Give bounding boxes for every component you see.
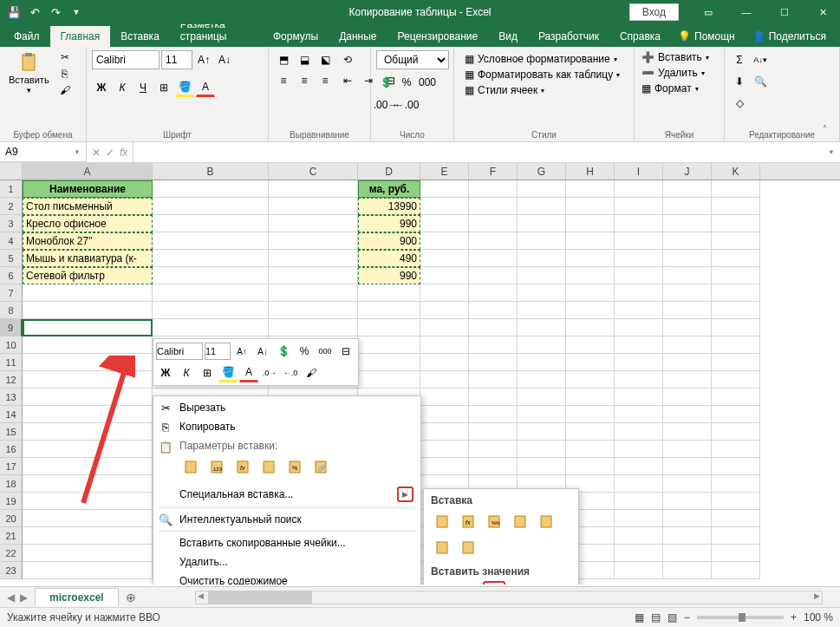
row-header[interactable]: 14 (0, 406, 23, 423)
cell[interactable] (420, 215, 469, 232)
cell[interactable] (23, 371, 153, 389)
sort-filter-icon[interactable]: A↓▾ (751, 50, 770, 69)
cell[interactable] (615, 371, 663, 389)
cell[interactable] (420, 441, 469, 458)
cell[interactable] (663, 406, 712, 423)
row-header[interactable]: 15 (0, 423, 23, 441)
number-format-select[interactable]: Общий (376, 50, 449, 69)
find-icon[interactable]: 🔍 (751, 72, 770, 91)
cell[interactable] (712, 180, 760, 198)
cell[interactable] (615, 336, 663, 354)
mini-inc-decimal-icon[interactable]: ←.0 (281, 363, 300, 382)
col-header-b[interactable]: B (153, 163, 269, 180)
decrease-indent-icon[interactable]: ⇤ (338, 71, 357, 90)
col-header-k[interactable]: K (712, 163, 760, 180)
cell[interactable] (153, 198, 269, 215)
sub-values-src-format-icon[interactable]: 123 (483, 581, 505, 585)
cell[interactable] (566, 423, 615, 441)
cell[interactable] (469, 198, 518, 215)
ctx-paste-special[interactable]: Специальная вставка...▶ (153, 483, 420, 506)
cell[interactable] (518, 441, 566, 458)
cell[interactable] (712, 267, 760, 284)
paste-transpose-icon[interactable] (257, 455, 280, 478)
tab-insert[interactable]: Вставка (110, 26, 170, 47)
cell[interactable] (615, 475, 663, 493)
cell[interactable] (469, 284, 518, 302)
col-header-f[interactable]: F (469, 163, 518, 180)
cell[interactable] (469, 250, 518, 267)
cell[interactable] (712, 389, 760, 406)
cell[interactable] (420, 232, 469, 250)
cell[interactable] (469, 441, 518, 458)
cell[interactable] (663, 441, 712, 458)
cell[interactable] (663, 302, 712, 319)
cell[interactable] (420, 371, 469, 389)
row-header[interactable]: 17 (0, 458, 23, 475)
share-button[interactable]: 👤Поделиться (746, 26, 833, 47)
cell[interactable] (420, 284, 469, 302)
selected-cell[interactable] (23, 319, 153, 336)
cell[interactable] (712, 232, 760, 250)
row-header[interactable]: 19 (0, 493, 23, 510)
align-middle-icon[interactable]: ⬓ (295, 50, 314, 69)
cell[interactable] (615, 215, 663, 232)
name-box[interactable]: A9▼ (0, 142, 87, 162)
cell[interactable] (566, 180, 615, 198)
cell[interactable] (712, 527, 760, 545)
tab-file[interactable]: Файл (3, 26, 50, 47)
ctx-clear[interactable]: Очистить содержимое (153, 571, 420, 585)
cell[interactable] (420, 250, 469, 267)
cell[interactable] (663, 354, 712, 371)
cell[interactable] (469, 423, 518, 441)
cell[interactable]: Сетевой фильтр (23, 267, 153, 284)
cell[interactable] (358, 371, 420, 389)
cell[interactable] (566, 284, 615, 302)
tab-review[interactable]: Рецензирование (387, 26, 489, 47)
cell[interactable] (566, 232, 615, 250)
cell[interactable] (518, 198, 566, 215)
mini-font-color-icon[interactable]: A (239, 363, 258, 382)
cell[interactable] (469, 302, 518, 319)
cell[interactable] (23, 475, 153, 493)
cell[interactable] (615, 302, 663, 319)
sub-paste-transpose-icon[interactable] (457, 536, 479, 558)
save-icon[interactable]: 💾 (7, 5, 21, 19)
cell[interactable] (518, 215, 566, 232)
orientation-icon[interactable]: ⟲ (338, 50, 357, 69)
cell[interactable] (615, 389, 663, 406)
font-size-select[interactable] (161, 50, 192, 69)
cell[interactable] (615, 545, 663, 562)
decrease-font-icon[interactable]: A↓ (215, 50, 234, 69)
row-header[interactable]: 16 (0, 441, 23, 458)
row-header[interactable]: 13 (0, 389, 23, 406)
col-header-g[interactable]: G (518, 163, 566, 180)
sheet-nav-prev-icon[interactable]: ◀ (7, 591, 15, 604)
font-color-icon[interactable]: A (196, 78, 215, 97)
sub-paste-formulas-icon[interactable]: fx (457, 510, 479, 532)
cell[interactable] (518, 423, 566, 441)
cell[interactable] (712, 458, 760, 475)
cell[interactable] (663, 232, 712, 250)
sub-paste-colwidth-icon[interactable] (431, 536, 453, 558)
cell[interactable] (269, 215, 358, 232)
format-as-table-button[interactable]: ▦Форматировать как таблицу▾ (461, 68, 627, 82)
borders-icon[interactable]: ⊞ (154, 78, 173, 97)
cancel-formula-icon[interactable]: ✕ (92, 147, 101, 159)
cell[interactable] (469, 180, 518, 198)
row-header[interactable]: 6 (0, 267, 23, 284)
paste-formatting-icon[interactable]: % (283, 455, 306, 478)
horizontal-scrollbar[interactable]: ◀ ▶ (195, 591, 823, 604)
sheet-nav-next-icon[interactable]: ▶ (20, 591, 28, 604)
font-name-select[interactable] (92, 50, 160, 69)
cell[interactable] (663, 389, 712, 406)
cell[interactable] (469, 215, 518, 232)
cell[interactable] (469, 232, 518, 250)
cell[interactable] (23, 302, 153, 319)
sub-values-icon[interactable]: 123 (431, 581, 453, 585)
cell[interactable] (566, 215, 615, 232)
cell-styles-button[interactable]: ▦Стили ячеек▾ (461, 83, 627, 97)
col-header-i[interactable]: I (615, 163, 663, 180)
mini-comma-icon[interactable]: 000 (316, 342, 335, 361)
cell[interactable] (566, 198, 615, 215)
row-header[interactable]: 5 (0, 250, 23, 267)
